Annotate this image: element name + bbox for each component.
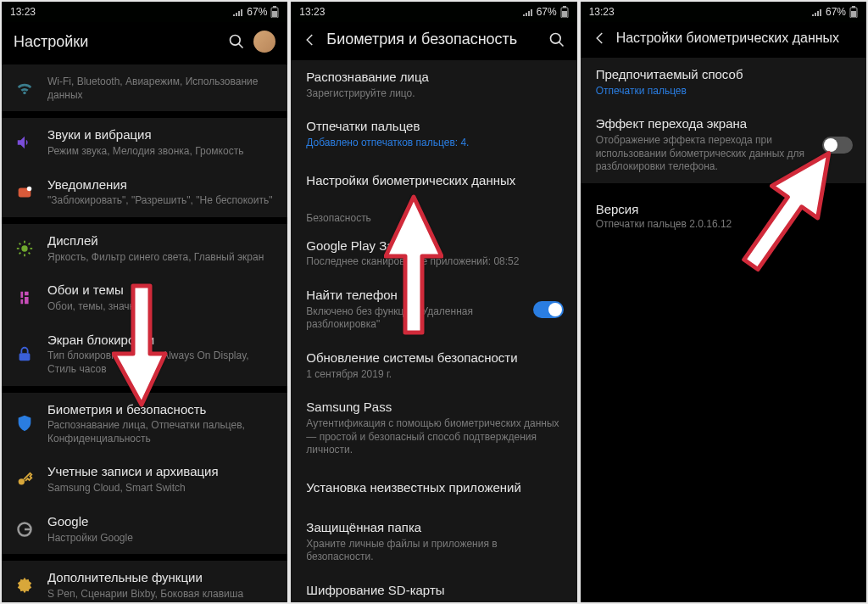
- item-title: Биометрия и безопасность: [47, 402, 274, 418]
- settings-item-lockscreen[interactable]: Экран блокировкиТип блокировки экрана, A…: [2, 323, 287, 386]
- svg-point-17: [19, 478, 25, 484]
- settings-item-display[interactable]: ДисплейЯркость, Фильтр синего света, Гла…: [2, 224, 287, 273]
- page-title: Настройки биометрических данных: [616, 31, 854, 46]
- item-title: Шифрование SD-карты: [306, 583, 563, 599]
- status-time: 13:23: [589, 6, 615, 18]
- svg-rect-27: [851, 11, 856, 17]
- item-unknown-apps[interactable]: Установка неизвестных приложений: [291, 467, 576, 511]
- status-time: 13:23: [299, 6, 325, 18]
- svg-point-23: [550, 33, 560, 43]
- svg-rect-21: [563, 6, 566, 8]
- key-icon: [15, 471, 34, 489]
- settings-item-notifications[interactable]: Уведомления"Заблокировать", "Разрешить",…: [2, 168, 287, 217]
- phone-settings: 13:23 67% Настройки Wi-Fi, Bluetooth, Ав…: [2, 2, 287, 602]
- item-sub: Зарегистрируйте лицо.: [306, 87, 563, 101]
- item-title: Samsung Pass: [306, 400, 563, 416]
- item-sub: S Pen, Сценарии Bixby, Боковая клавиша: [47, 588, 274, 601]
- version-title: Версия: [596, 202, 851, 216]
- settings-item-google[interactable]: GoogleНастройки Google: [2, 505, 287, 554]
- item-play-protect[interactable]: Google Play ЗащитаПоследнее сканирование…: [291, 229, 576, 278]
- item-sub: Samsung Cloud, Smart Switch: [47, 482, 274, 495]
- item-preferred-method[interactable]: Предпочитаемый способОтпечатки пальцев: [581, 58, 866, 107]
- item-title: Дополнительные функции: [47, 570, 274, 586]
- settings-item-advanced[interactable]: Дополнительные функцииS Pen, Сценарии Bi…: [2, 561, 287, 602]
- item-title: Обновление системы безопасности: [306, 350, 563, 366]
- item-fingerprints[interactable]: Отпечатки пальцевДобавлено отпечатков па…: [291, 109, 576, 159]
- item-face-recognition[interactable]: Распознавание лицаЗарегистрируйте лицо.: [291, 60, 576, 109]
- status-bar: 13:23 67%: [291, 2, 576, 22]
- shield-icon: [15, 414, 34, 433]
- signal-icon: [523, 8, 533, 16]
- item-sub: Отпечатки пальцев: [596, 85, 853, 98]
- gear-icon: [15, 576, 34, 595]
- item-sub: Режим звука, Мелодия звонка, Громкость: [47, 145, 274, 159]
- item-secure-folder[interactable]: Защищённая папкаХраните личные файлы и п…: [291, 511, 576, 573]
- item-find-phone[interactable]: Найти телефонВключено без функции "Удале…: [291, 278, 576, 341]
- header: Настройки биометрических данных: [581, 22, 866, 58]
- item-sd-encrypt[interactable]: Шифрование SD-картыSD-карта не вставлена: [291, 573, 576, 602]
- item-title: Установка неизвестных приложений: [306, 480, 563, 496]
- notify-icon: [15, 183, 34, 202]
- item-sub: 1 сентября 2019 г.: [306, 368, 563, 382]
- item-sub: Wi-Fi, Bluetooth, Авиарежим, Использован…: [47, 76, 274, 102]
- svg-point-3: [231, 36, 241, 46]
- item-sub: Аутентификация с помощью биометрических …: [306, 417, 563, 457]
- sound-icon: [15, 133, 34, 152]
- svg-line-12: [19, 243, 21, 245]
- svg-line-14: [19, 253, 21, 254]
- header: Биометрия и безопасность: [291, 22, 576, 60]
- item-transition-effect[interactable]: Эффект перехода экранаОтображение эффект…: [581, 107, 866, 183]
- version-block: Версия Отпечатки пальцев 2.0.16.12: [581, 190, 866, 242]
- item-biometric-settings[interactable]: Настройки биометрических данных: [291, 159, 576, 204]
- content-list: Распознавание лицаЗарегистрируйте лицо. …: [291, 60, 576, 602]
- status-time: 13:23: [10, 6, 36, 18]
- item-sub: Настройки Google: [47, 532, 274, 545]
- back-button[interactable]: [593, 31, 608, 46]
- item-sub: Добавлено отпечатков пальцев: 4.: [306, 137, 563, 150]
- item-title: Учетные записи и архивация: [47, 464, 274, 480]
- back-button[interactable]: [303, 32, 318, 48]
- wallpaper-icon: [15, 288, 34, 307]
- item-sub: Включено без функции "Удаленная разблоки…: [306, 305, 519, 332]
- settings-item-sounds[interactable]: Звуки и вибрацияРежим звука, Мелодия зво…: [2, 118, 287, 167]
- phone-biometrics: 13:23 67% Биометрия и безопасность Распо…: [291, 2, 576, 602]
- item-title: Google Play Защита: [306, 238, 563, 254]
- item-sub: Отображение эффекта перехода при использ…: [596, 134, 809, 174]
- item-sub: Последнее сканирование приложений: 08:52: [306, 255, 563, 269]
- search-icon[interactable]: [548, 31, 565, 48]
- item-sub: "Заблокировать", "Разрешить", "Не беспок…: [47, 194, 274, 208]
- toggle-find-phone[interactable]: [533, 301, 564, 318]
- item-title: Дисплей: [47, 233, 274, 249]
- settings-item-biometrics[interactable]: Биометрия и безопасностьРаспознавание ли…: [2, 393, 287, 456]
- item-title: Настройки биометрических данных: [306, 173, 563, 189]
- item-title: Эффект перехода экрана: [596, 116, 809, 132]
- battery-pct: 67%: [826, 6, 846, 18]
- svg-rect-16: [19, 353, 31, 361]
- item-title: Уведомления: [47, 177, 274, 193]
- battery-pct: 67%: [247, 6, 267, 18]
- brightness-icon: [15, 239, 34, 258]
- item-security-update[interactable]: Обновление системы безопасности1 сентябр…: [291, 341, 576, 390]
- item-samsung-pass[interactable]: Samsung PassАутентификация с помощью био…: [291, 390, 576, 467]
- settings-item-connections[interactable]: Wi-Fi, Bluetooth, Авиарежим, Использован…: [2, 64, 287, 111]
- item-title: Экран блокировки: [47, 333, 274, 349]
- page-title: Настройки: [14, 33, 220, 51]
- battery-icon: [849, 6, 858, 18]
- signal-icon: [233, 8, 243, 16]
- settings-item-accounts[interactable]: Учетные записи и архивацияSamsung Cloud,…: [2, 455, 287, 504]
- wifi-icon: [15, 79, 34, 98]
- item-sub: Храните личные файлы и приложения в безо…: [306, 538, 563, 564]
- status-right: 67%: [523, 6, 569, 18]
- battery-icon: [270, 6, 279, 18]
- item-sub: Обои, темы, значки: [47, 300, 274, 314]
- version-sub: Отпечатки пальцев 2.0.16.12: [596, 218, 851, 230]
- search-icon[interactable]: [228, 33, 245, 50]
- avatar[interactable]: [253, 31, 275, 53]
- svg-line-13: [29, 253, 31, 254]
- content-list: Wi-Fi, Bluetooth, Авиарежим, Использован…: [2, 64, 287, 602]
- item-title: Найти телефон: [306, 288, 519, 304]
- settings-item-wallpapers[interactable]: Обои и темыОбои, темы, значки: [2, 273, 287, 322]
- lock-icon: [15, 345, 34, 364]
- svg-point-6: [27, 186, 32, 191]
- toggle-transition-effect[interactable]: [822, 137, 853, 154]
